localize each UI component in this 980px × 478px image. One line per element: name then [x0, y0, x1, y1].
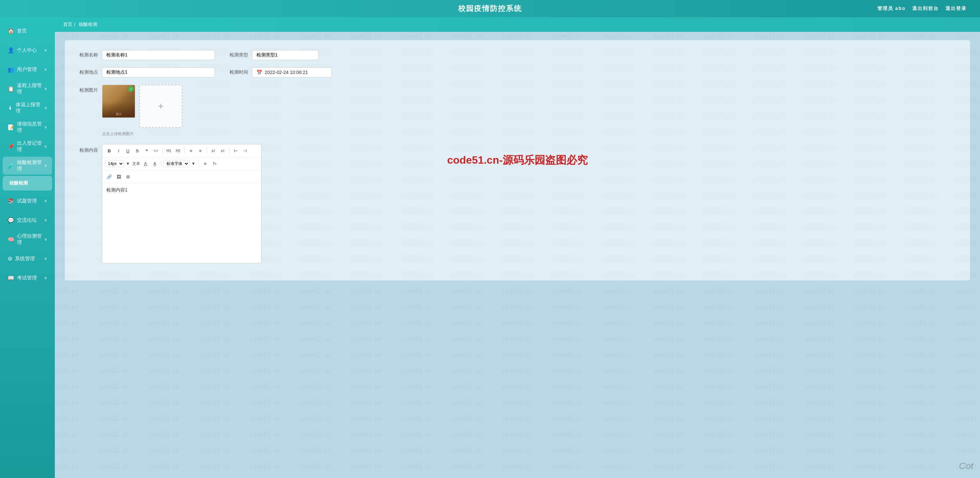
- table-insert-button[interactable]: ⊞: [124, 172, 132, 181]
- location-input[interactable]: [102, 67, 215, 77]
- chevron-down-icon-exam: ∨: [44, 199, 47, 203]
- form-field-type: 检测类型: [228, 50, 318, 60]
- font-bg2-button[interactable]: A̲: [151, 159, 159, 168]
- unordered-list-button[interactable]: ≡: [196, 146, 205, 155]
- editor-content-text: 检测内容1: [106, 187, 127, 192]
- editor-content[interactable]: 检测内容1: [102, 183, 261, 263]
- chevron-down-icon-user: ∨: [44, 67, 47, 72]
- chevron-down-icon: ∨: [44, 48, 47, 52]
- home-icon: 🏠: [8, 28, 14, 34]
- sidebar: 🏠 首页 👤 个人中心 ∨ 👥 用户管理 ∨ 📋 返程上报管理 ∨ 🌡 体温上报…: [0, 17, 55, 478]
- chevron-down-icon-nucleic: ∨: [44, 163, 47, 168]
- type-input[interactable]: [252, 50, 318, 60]
- name-input[interactable]: [102, 50, 215, 60]
- code-button[interactable]: <>: [151, 146, 160, 155]
- h1-button[interactable]: H1: [164, 146, 173, 155]
- breadcrumb-current: 核酸检测: [79, 22, 97, 27]
- bold-button[interactable]: B: [105, 146, 114, 155]
- sidebar-item-nucleic-mgmt[interactable]: 🧪 核酸检测管理 ∨: [3, 157, 52, 175]
- sidebar-item-nucleic-test[interactable]: 核酸检测: [3, 176, 52, 191]
- sidebar-item-user-mgmt[interactable]: 👥 用户管理 ∨: [3, 60, 52, 78]
- editor-toolbar-row3: 🔗 🖼 ⊞: [102, 170, 261, 183]
- profile-icon: 👤: [8, 47, 14, 54]
- strikethrough-button[interactable]: S: [133, 146, 142, 155]
- italic-button[interactable]: I: [114, 146, 123, 155]
- image-upload-section: 图片 ✓ +: [102, 85, 182, 137]
- chevron-down-icon-leave: ∨: [44, 125, 47, 129]
- uploaded-image: 图片 ✓: [102, 85, 135, 118]
- link-button[interactable]: 🔗: [105, 172, 114, 181]
- h2-button[interactable]: H2: [174, 146, 182, 155]
- form-row-4: 检测内容 B I U S ❝ <> H1: [78, 144, 957, 263]
- chevron-down-icon-temp: ∨: [44, 106, 47, 110]
- chevron-down-icon-checkin: ∨: [44, 144, 47, 149]
- sidebar-label-exam: 试题管理: [17, 198, 44, 204]
- content-label: 检测内容: [78, 148, 98, 153]
- ordered-list-button[interactable]: ≡: [187, 146, 195, 155]
- main-layout: 🏠 首页 👤 个人中心 ∨ 👥 用户管理 ∨ 📋 返程上报管理 ∨ 🌡 体温上报…: [0, 17, 980, 478]
- datetime-input[interactable]: 📅 2022-02-24 10:06:21: [252, 67, 332, 77]
- editor-toolbar-row2: 14px 12px 16px 18px ▼ 文本 A A̲: [102, 157, 261, 170]
- back-to-front-btn[interactable]: 退出到前台: [912, 6, 939, 12]
- time-label: 检测时间: [228, 69, 248, 75]
- sidebar-item-mental[interactable]: 🧠 心理自测管理 ∨: [3, 230, 52, 248]
- sidebar-item-checkin[interactable]: 📌 出入登记管理 ∨: [3, 137, 52, 156]
- sidebar-item-forum[interactable]: 💬 交流论坛 ∨: [3, 211, 52, 229]
- separator-1: [162, 148, 162, 154]
- chevron-down-icon-return: ∨: [44, 86, 47, 91]
- checkin-icon: 📌: [8, 143, 14, 150]
- image-insert-button[interactable]: 🖼: [114, 172, 123, 181]
- clear-format-button[interactable]: Tx: [210, 159, 219, 168]
- subscript-button[interactable]: x2: [209, 146, 218, 155]
- form-area: code51.cn-源码乐园盗图必究 检测名称 检测类型 检测地点: [65, 40, 970, 281]
- sidebar-item-temp-report[interactable]: 🌡 体温上报管理 ∨: [3, 99, 52, 117]
- sidebar-item-home[interactable]: 🏠 首页: [3, 22, 52, 40]
- font-family-select[interactable]: 标准字体 黑体 宋体: [164, 160, 189, 167]
- nucleic-icon: 🧪: [8, 163, 14, 169]
- name-label: 检测名称: [78, 52, 98, 58]
- sidebar-label-sys: 系统管理: [15, 256, 44, 262]
- return-icon: 📋: [8, 86, 14, 92]
- type-label: 检测类型: [228, 52, 248, 58]
- breadcrumb-separator: /: [74, 22, 75, 27]
- image-placeholder-text: 图片: [116, 113, 122, 116]
- sys-icon: ⚙: [8, 256, 12, 262]
- location-label: 检测地点: [78, 69, 98, 75]
- rich-text-editor: B I U S ❝ <> H1 H2 ≡ ≡: [102, 144, 261, 263]
- blockquote-button[interactable]: ❝: [142, 146, 151, 155]
- sidebar-item-return-report[interactable]: 📋 返程上报管理 ∨: [3, 80, 52, 98]
- sidebar-item-sys[interactable]: ⚙ 系统管理 ∨: [3, 249, 52, 268]
- superscript-button[interactable]: x2: [218, 146, 227, 155]
- image-check-badge: ✓: [128, 86, 134, 92]
- form-field-name: 检测名称: [78, 50, 215, 60]
- add-image-button[interactable]: +: [139, 85, 182, 128]
- align-right-button[interactable]: ⊣: [240, 146, 249, 155]
- image-upload-area: 图片 ✓ +: [102, 85, 182, 128]
- align-center-button[interactable]: ≡: [201, 159, 210, 168]
- breadcrumb-home[interactable]: 首页: [63, 22, 72, 27]
- form-row-3: 检测图片 图片: [78, 85, 957, 137]
- underline-button[interactable]: U: [124, 146, 132, 155]
- form-row-2: 检测地点 检测时间 📅 2022-02-24 10:06:21: [78, 67, 957, 77]
- sidebar-item-exam[interactable]: 📚 试题管理 ∨: [3, 192, 52, 210]
- font-size-label: ▼: [126, 161, 130, 166]
- sidebar-item-profile[interactable]: 👤 个人中心 ∨: [3, 41, 52, 59]
- form-field-location: 检测地点: [78, 67, 215, 77]
- upload-hint: 点击上传检测图片: [102, 131, 182, 137]
- sidebar-label-user-mgmt: 用户管理: [17, 67, 44, 73]
- sidebar-item-leave[interactable]: 📝 请假信息管理 ∨: [3, 118, 52, 136]
- logout-btn[interactable]: 退出登录: [945, 6, 967, 12]
- sidebar-label-nucleic-test: 核酸检测: [9, 180, 46, 186]
- font-family-label: ▼: [191, 161, 195, 166]
- font-color-button[interactable]: 文本: [132, 159, 140, 168]
- sidebar-item-exam2[interactable]: 📖 考试管理 ∨: [3, 269, 52, 287]
- font-bg-button[interactable]: A: [141, 159, 150, 168]
- separator-4: [229, 148, 229, 154]
- align-left-button[interactable]: ⊢: [231, 146, 240, 155]
- mental-icon: 🧠: [8, 237, 14, 243]
- font-size-select[interactable]: 14px 12px 16px 18px: [105, 160, 124, 167]
- header-title: 校园疫情防控系统: [458, 4, 522, 14]
- header: 校园疫情防控系统 管理员 abo 退出到前台 退出登录: [0, 0, 980, 17]
- form-field-time: 检测时间 📅 2022-02-24 10:06:21: [228, 67, 332, 77]
- chevron-down-icon-exam2: ∨: [44, 276, 47, 280]
